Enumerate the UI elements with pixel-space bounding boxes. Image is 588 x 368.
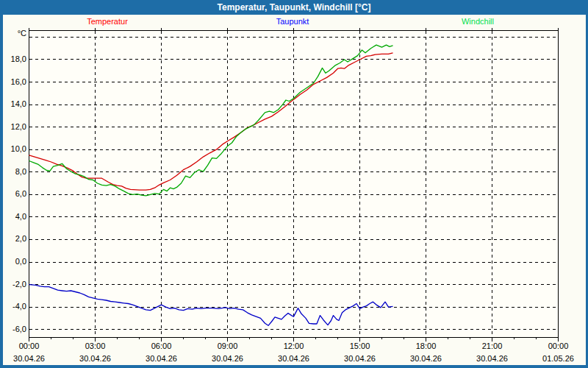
x-tick-date-label: 30.04.26 (272, 354, 316, 363)
x-tick-date-label: 30.04.26 (404, 354, 448, 363)
weather-chart-window: Temperatur, Taupunkt, Windchill [°C] Tem… (0, 0, 588, 368)
chart-plot-area (0, 0, 588, 368)
y-tick-label: 0,0 (0, 257, 26, 266)
x-tick-time-label: 12:00 (276, 342, 312, 350)
x-tick-date-label: 30.04.26 (74, 354, 118, 363)
y-tick-label: -2,0 (0, 280, 26, 289)
y-tick-label: 14,0 (0, 99, 26, 109)
y-tick-label: 12,0 (0, 122, 26, 132)
x-tick-time-label: 18:00 (408, 342, 445, 350)
y-tick-label: -6,0 (0, 325, 26, 334)
x-tick-date-label: 30.04.26 (206, 354, 250, 363)
x-tick-time-label: 00:00 (11, 342, 48, 350)
y-tick-label: 18,0 (0, 54, 26, 64)
x-tick-time-label: 09:00 (209, 342, 246, 350)
x-tick-time-label: 00:00 (540, 342, 577, 350)
y-tick-label: 4,0 (0, 212, 26, 222)
y-tick-label: 8,0 (0, 167, 26, 177)
x-tick-time-label: 21:00 (474, 342, 511, 350)
y-tick-label: 6,0 (0, 189, 26, 199)
x-tick-date-label: 30.04.26 (470, 354, 514, 363)
y-tick-label: 10,0 (0, 144, 26, 154)
y-tick-label: 2,0 (0, 234, 26, 244)
x-tick-date-label: 01.05.26 (537, 354, 581, 363)
x-tick-date-label: 30.04.26 (338, 354, 382, 363)
x-tick-date-label: 30.04.26 (140, 354, 184, 363)
x-tick-time-label: 06:00 (143, 342, 180, 350)
x-tick-time-label: 03:00 (77, 342, 114, 350)
x-tick-date-label: 30.04.26 (7, 354, 51, 363)
y-tick-label: 16,0 (0, 77, 26, 87)
y-tick-label: -4,0 (0, 302, 26, 311)
x-tick-time-label: 15:00 (342, 342, 379, 350)
